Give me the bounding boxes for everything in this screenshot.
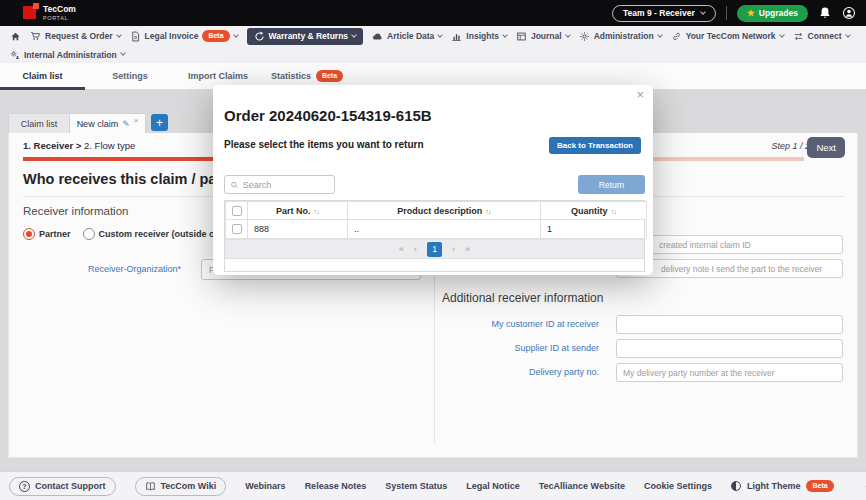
cell-quantity: 1 [541,220,647,239]
column-header-description[interactable]: Product description↑↓ [348,202,541,220]
theme-toggle[interactable]: Light Theme Beta [731,480,834,491]
customer-id-input[interactable] [616,315,843,334]
delivery-party-label: Delivery party no. [442,367,599,377]
chevron-down-icon [700,9,706,15]
journal-icon [516,31,527,42]
sort-icon[interactable]: ↑↓ [485,207,491,216]
gear-icon [579,31,590,42]
beta-badge: Beta [316,70,343,81]
tab-settings[interactable]: Settings [85,63,175,89]
column-header-part-no[interactable]: Part No.↑↓ [248,202,348,220]
supplier-id-input[interactable] [616,339,843,358]
close-icon[interactable]: × [636,88,644,101]
star-icon: ★ [747,9,755,18]
row-checkbox[interactable] [232,224,242,234]
footer-link-cookie-settings[interactable]: Cookie Settings [644,481,712,491]
supplier-id-label: Supplier ID at sender [442,343,599,353]
theme-icon [731,481,741,491]
select-all-checkbox[interactable] [232,206,242,216]
transfer-arrows-icon [793,31,804,42]
radio-partner[interactable]: Partner [23,228,71,240]
teccom-wiki-button[interactable]: TecCom Wiki [135,477,227,496]
chevron-down-icon [351,32,357,38]
teccom-logo: TecCom PORTAL [23,5,76,21]
nav-legal-invoice[interactable]: Legal Invoice Beta [130,30,238,41]
sort-icon[interactable]: ↑↓ [611,207,617,216]
link-icon [671,31,682,42]
beta-badge: Beta [806,480,833,491]
contact-support-button[interactable]: ? Contact Support [9,477,116,496]
return-items-modal: × Order 20240620-154319-615B Please sele… [213,85,653,275]
table-empty-row [225,258,644,271]
nav-connect[interactable]: Connect [793,31,850,42]
main-navigation: Request & Order Legal Invoice Beta Warra… [0,26,866,46]
table-header-row: Part No.↑↓ Product description↑↓ Quantit… [226,202,647,220]
admin-gear-icon [10,50,20,60]
nav-request-and-order[interactable]: Request & Order [30,31,121,42]
team-selector-dropdown[interactable]: Team 9 - Receiver [612,5,716,22]
claim-subtab-new-claim[interactable]: New claim ✎ × [70,113,146,133]
footer-link-tecalliance-website[interactable]: TecAlliance Website [539,481,625,491]
radio-unselected-icon[interactable] [83,228,95,240]
footer-link-release-notes[interactable]: Release Notes [305,481,367,491]
chevron-down-icon [779,32,785,38]
customer-id-label: My customer ID at receiver [442,319,599,329]
radio-selected-icon[interactable] [23,228,35,240]
nav-internal-administration[interactable]: Internal Administration [10,50,125,60]
notifications-bell-icon[interactable] [818,6,832,20]
chart-icon [451,31,462,42]
chevron-down-icon [120,50,126,56]
nav-administration[interactable]: Administration [579,31,662,42]
nav-journal[interactable]: Journal [516,31,570,42]
chevron-down-icon [502,32,508,38]
chevron-down-icon [845,32,851,38]
pagination-page-1[interactable]: 1 [427,242,442,257]
nav-home[interactable] [10,31,21,42]
cart-icon [30,31,41,42]
logo-subtitle: PORTAL [43,15,76,21]
step-1-label[interactable]: 1. Receiver [23,140,73,151]
search-input[interactable] [243,180,329,190]
additional-receiver-info-title: Additional receiver information [442,291,603,305]
team-selector-label: Team 9 - Receiver [623,8,695,18]
pagination-prev-icon[interactable]: ‹ [414,244,417,254]
footer-link-legal-notice[interactable]: Legal Notice [466,481,520,491]
close-tab-icon[interactable]: × [134,116,139,125]
nav-your-teccom-network[interactable]: Your TecCom Network [671,31,784,42]
receiver-organization-label: Receiver-Organization* [9,264,181,274]
pagination-next-icon[interactable]: › [452,244,455,254]
nav-article-data[interactable]: Article Data [372,31,442,42]
pagination-first-icon[interactable]: « [399,244,404,254]
nav-warranty-and-returns[interactable]: Warranty & Returns [247,28,364,45]
nav-insights[interactable]: Insights [451,31,507,42]
return-button[interactable]: Return [578,175,645,194]
delivery-party-input[interactable] [616,363,843,382]
modal-search [224,175,335,194]
cell-description: .. [348,220,541,239]
add-claim-tab-button[interactable]: + [151,114,168,131]
sort-icon[interactable]: ↑↓ [314,207,320,216]
pagination: « ‹ 1 › » [225,239,644,258]
topbar-divider [726,6,727,20]
returns-icon [254,31,265,42]
search-icon [230,180,239,190]
back-to-transaction-button[interactable]: Back to Transaction [549,137,641,154]
next-step-button[interactable]: Next [807,137,845,158]
cloud-icon [372,31,383,42]
footer-link-webinars[interactable]: Webinars [245,481,285,491]
active-tab-underline [0,87,85,90]
home-icon [10,31,21,42]
upgrades-label: Upgrades [759,8,798,18]
column-header-quantity[interactable]: Quantity↑↓ [541,202,647,220]
footer-link-system-status[interactable]: System Status [385,481,447,491]
account-icon[interactable] [842,6,856,20]
upgrades-button[interactable]: ★ Upgrades [737,5,808,22]
step-progress-label: Step 1 / 2 [771,141,810,151]
claim-subtab-claim-list[interactable]: Claim list [8,113,70,133]
tab-claim-list[interactable]: Claim list [0,63,85,89]
table-row[interactable]: 888 .. 1 [226,220,647,239]
pagination-last-icon[interactable]: » [465,244,470,254]
step-2-label[interactable]: 2. Flow type [84,140,135,151]
cell-part-no: 888 [248,220,348,239]
edit-pencil-icon[interactable]: ✎ [122,119,130,129]
